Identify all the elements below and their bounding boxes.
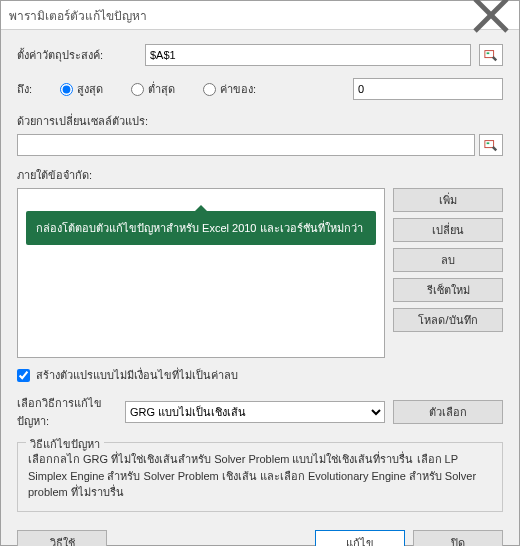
radio-min[interactable]: ต่ำสุด: [131, 80, 175, 98]
radio-value-of[interactable]: ค่าของ:: [203, 80, 256, 98]
solver-parameters-dialog: พารามิเตอร์ตัวแก้ไขปัญหา ตั้งค่าวัตถุประ…: [0, 0, 520, 546]
group-text: เลือกกลไก GRG ที่ไม่ใช่เชิงเส้นสำหรับ So…: [28, 451, 492, 501]
radio-value-input[interactable]: [203, 83, 216, 96]
constraints-label: ภายใต้ข้อจำกัด:: [17, 166, 503, 184]
by-changing-label: ด้วยการเปลี่ยนเซลล์ตัวแปร:: [17, 112, 503, 130]
help-button[interactable]: วิธีใช้: [17, 530, 107, 547]
by-changing-input[interactable]: [17, 134, 475, 156]
group-title: วิธีแก้ไขปัญหา: [26, 435, 104, 453]
dialog-body: ตั้งค่าวัตถุประสงค์: ถึง: สูงสุด ต่: [1, 30, 519, 546]
method-label: เลือกวิธีการแก้ไขปัญหา:: [17, 394, 117, 430]
tooltip-text: กล่องโต้ตอบตัวแก้ไขปัญหาสำหรับ Excel 201…: [36, 222, 363, 234]
delete-button[interactable]: ลบ: [393, 248, 503, 272]
objective-input[interactable]: [145, 44, 471, 66]
load-save-button[interactable]: โหลด/บันทึก: [393, 308, 503, 332]
constraints-list[interactable]: กล่องโต้ตอบตัวแก้ไขปัญหาสำหรับ Excel 201…: [17, 188, 385, 358]
range-select-icon: [484, 138, 498, 152]
svg-rect-5: [487, 142, 490, 144]
method-select[interactable]: GRG แบบไม่เป็นเชิงเส้น: [125, 401, 385, 423]
radio-max-label: สูงสุด: [77, 80, 103, 98]
by-changing-ref-button[interactable]: [479, 134, 503, 156]
radio-min-label: ต่ำสุด: [148, 80, 175, 98]
change-button[interactable]: เปลี่ยน: [393, 218, 503, 242]
add-button[interactable]: เพิ่ม: [393, 188, 503, 212]
window-close-button[interactable]: [471, 1, 511, 29]
options-button[interactable]: ตัวเลือก: [393, 400, 503, 424]
value-of-input[interactable]: [353, 78, 503, 100]
radio-min-input[interactable]: [131, 83, 144, 96]
objective-ref-button[interactable]: [479, 44, 503, 66]
method-description-group: วิธีแก้ไขปัญหา เลือกกลไก GRG ที่ไม่ใช่เช…: [17, 442, 503, 512]
radio-max-input[interactable]: [60, 83, 73, 96]
nonneg-checkbox[interactable]: [17, 369, 30, 382]
nonneg-label: สร้างตัวแปรแบบไม่มีเงื่อนไขที่ไม่เป็นค่า…: [36, 366, 238, 384]
close-button[interactable]: ปิด: [413, 530, 503, 547]
info-tooltip: กล่องโต้ตอบตัวแก้ไขปัญหาสำหรับ Excel 201…: [26, 211, 376, 245]
radio-value-label: ค่าของ:: [220, 80, 256, 98]
range-select-icon: [484, 48, 498, 62]
window-title: พารามิเตอร์ตัวแก้ไขปัญหา: [9, 6, 471, 25]
reset-button[interactable]: รีเซ็ตใหม่: [393, 278, 503, 302]
titlebar: พารามิเตอร์ตัวแก้ไขปัญหา: [1, 1, 519, 30]
nonneg-checkbox-row[interactable]: สร้างตัวแปรแบบไม่มีเงื่อนไขที่ไม่เป็นค่า…: [17, 366, 503, 384]
radio-max[interactable]: สูงสุด: [60, 80, 103, 98]
svg-rect-3: [487, 52, 490, 54]
objective-label: ตั้งค่าวัตถุประสงค์:: [17, 46, 137, 64]
to-label: ถึง:: [17, 80, 52, 98]
solve-button[interactable]: แก้ไข: [315, 530, 405, 547]
